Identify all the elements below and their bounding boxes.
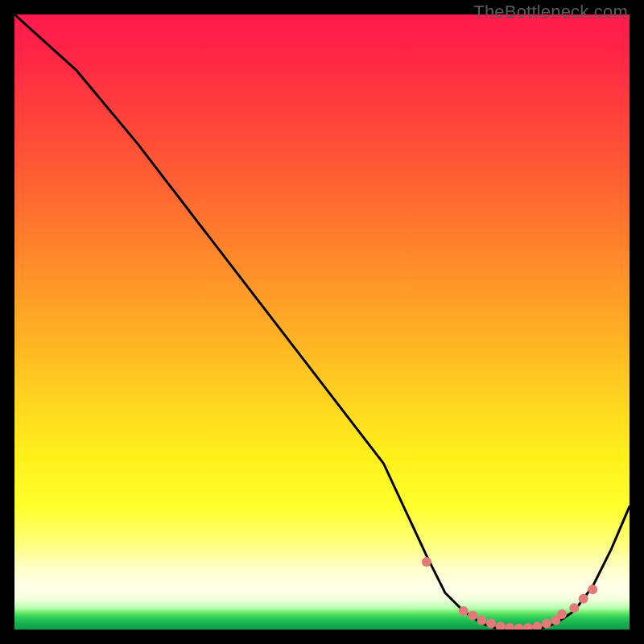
watermark-text: TheBottleneck.com xyxy=(473,2,628,23)
highlight-dot xyxy=(532,621,542,630)
highlight-dot xyxy=(459,606,469,616)
highlight-dot xyxy=(505,623,514,630)
highlight-dots xyxy=(422,557,597,630)
highlight-dot xyxy=(523,623,533,630)
chart-svg xyxy=(14,14,630,630)
highlight-dot xyxy=(422,557,431,567)
highlight-dot xyxy=(588,584,597,594)
chart-frame: TheBottleneck.com xyxy=(0,0,644,644)
highlight-dot xyxy=(468,610,477,620)
highlight-dot xyxy=(557,609,567,619)
highlight-dot xyxy=(579,594,588,604)
plot-area xyxy=(14,14,630,630)
highlight-dot xyxy=(477,616,487,625)
highlight-dot xyxy=(496,621,506,630)
highlight-dot xyxy=(569,603,579,613)
bottleneck-curve xyxy=(14,14,630,630)
highlight-dot xyxy=(486,618,496,628)
highlight-dot xyxy=(542,618,551,628)
highlight-dot xyxy=(514,624,524,630)
